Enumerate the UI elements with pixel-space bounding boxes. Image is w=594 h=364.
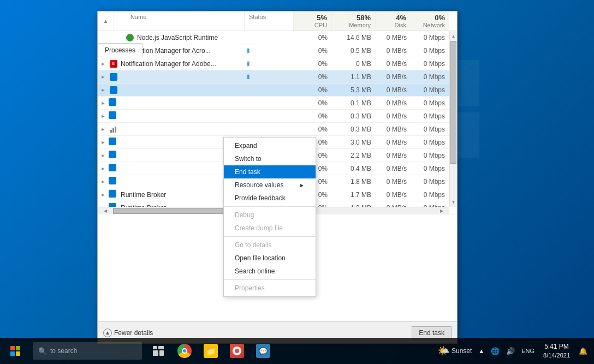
- col-header-memory[interactable]: 58% Memory: [332, 11, 376, 31]
- taskbar-app4[interactable]: [225, 339, 249, 363]
- process-disk: 0 MB/s: [376, 86, 411, 94]
- process-icon: Ai: [109, 59, 118, 69]
- fewer-details-button[interactable]: ▲ Fewer details: [103, 329, 153, 337]
- end-task-button[interactable]: End task: [412, 326, 452, 339]
- col-header-cpu[interactable]: 5% CPU: [294, 11, 332, 31]
- taskbar-task-view[interactable]: [146, 339, 170, 363]
- process-name: Notification Manager for Adobe...: [121, 60, 245, 68]
- expand-btn[interactable]: ►: [98, 100, 109, 106]
- process-memory: 0.4 MB: [332, 165, 376, 172]
- scroll-left-btn[interactable]: ◀: [98, 207, 113, 214]
- col-header-status[interactable]: Status: [245, 11, 294, 31]
- table-row[interactable]: ► 0% 0.1 MB 0 MB/s 0 Mbps: [98, 97, 457, 110]
- context-expand[interactable]: Expand: [224, 139, 316, 152]
- start-button[interactable]: [2, 339, 28, 363]
- scroll-down-btn[interactable]: ▼: [450, 197, 457, 207]
- expand-btn[interactable]: ►: [98, 87, 109, 93]
- expand-btn[interactable]: ►: [98, 114, 109, 119]
- context-create-dump: Create dump file: [224, 222, 316, 235]
- chrome-icon: [177, 344, 192, 358]
- table-row[interactable]: ► 0% 5.3 MB 0 MB/s 0 Mbps: [98, 83, 457, 97]
- context-provide-feedback[interactable]: Provide feedback: [224, 192, 316, 205]
- scroll-right-btn[interactable]: ▶: [434, 207, 449, 214]
- context-resource-values[interactable]: Resource values ►: [224, 178, 316, 192]
- process-icon: [109, 72, 118, 82]
- col-header-disk[interactable]: 4% Disk: [376, 11, 411, 31]
- chart-icon: [110, 126, 117, 133]
- systray-chevron[interactable]: ▲: [476, 348, 486, 354]
- process-network: 0 Mbps: [411, 112, 449, 120]
- taskbar-app5[interactable]: 💬: [251, 339, 275, 363]
- process-network: 0 Mbps: [411, 178, 449, 186]
- expand-btn[interactable]: ►: [98, 127, 109, 132]
- process-cpu: 0%: [294, 99, 332, 107]
- vertical-scrollbar-thumb[interactable]: [450, 41, 456, 164]
- context-open-file-location[interactable]: Open file location: [224, 252, 316, 265]
- expand-btn[interactable]: ►: [98, 153, 109, 158]
- process-disk: 0 MB/s: [376, 191, 411, 199]
- system-clock[interactable]: 5:41 PM 8/14/2021: [539, 342, 574, 360]
- process-cpu: 0%: [294, 112, 332, 120]
- process-memory: 14.6 MB: [332, 34, 376, 41]
- process-memory: 1.1 MB: [332, 73, 376, 81]
- file-explorer-icon: 📁: [204, 344, 218, 358]
- col-header-network[interactable]: 0% Network: [411, 11, 449, 31]
- vertical-scrollbar[interactable]: ▲ ▼: [449, 31, 457, 207]
- expand-btn[interactable]: ►: [98, 61, 109, 67]
- table-row[interactable]: ► 0% 0.3 MB: [98, 123, 457, 136]
- process-memory: 1.8 MB: [332, 178, 376, 186]
- svg-rect-8: [110, 130, 112, 133]
- svg-rect-11: [10, 346, 15, 350]
- process-icon: [109, 151, 118, 160]
- svg-rect-14: [16, 351, 20, 356]
- process-disk: 0 MB/s: [376, 73, 411, 81]
- weather-widget[interactable]: 🌤️ Sunset: [435, 345, 474, 357]
- process-memory: 0.5 MB: [332, 47, 376, 55]
- context-debug: Debug: [224, 208, 316, 222]
- process-network: 0 Mbps: [411, 139, 449, 146]
- notification-button[interactable]: 🔔: [577, 347, 590, 355]
- context-search-online[interactable]: Search online: [224, 265, 316, 278]
- process-network: 0 Mbps: [411, 86, 449, 94]
- adobe-icon: Ai: [110, 60, 117, 68]
- volume-icon: 🔊: [506, 347, 515, 355]
- process-disk: 0 MB/s: [376, 139, 411, 146]
- systray-volume[interactable]: 🔊: [504, 347, 517, 355]
- process-cpu: 0%: [294, 60, 332, 68]
- scroll-up-btn[interactable]: ▲: [450, 31, 457, 41]
- table-row[interactable]: ► ⏸ 0% 1.1 MB 0 MB/s 0 Mbps: [98, 70, 457, 83]
- table-row[interactable]: Node.js JavaScript Runtime 0% 14.6 MB 0 …: [98, 31, 457, 44]
- expand-btn[interactable]: ►: [98, 179, 109, 184]
- table-row[interactable]: ► Notification Manager for Acro... ⏸ 0% …: [98, 44, 457, 57]
- expand-btn[interactable]: ►: [98, 192, 109, 198]
- process-disk: 0 MB/s: [376, 99, 411, 107]
- tab-processes[interactable]: Processes: [98, 43, 142, 57]
- col-header-name[interactable]: Name: [114, 11, 245, 31]
- expand-btn[interactable]: ►: [98, 74, 109, 80]
- context-end-task[interactable]: End task: [224, 165, 316, 178]
- taskbar-file-explorer[interactable]: 📁: [199, 339, 223, 363]
- table-row[interactable]: ► 0% 0.3 MB 0 MB/s 0 Mbps: [98, 110, 457, 123]
- process-memory: 3.0 MB: [332, 139, 376, 146]
- language-indicator[interactable]: ENG: [519, 348, 537, 354]
- systray-network[interactable]: 🌐: [489, 347, 502, 355]
- expand-btn[interactable]: ►: [98, 140, 109, 145]
- process-icon: [109, 98, 118, 108]
- context-properties: Properties: [224, 282, 316, 295]
- svg-rect-12: [16, 346, 20, 350]
- process-icon: [109, 190, 118, 200]
- process-network: 0 Mbps: [411, 126, 449, 133]
- table-row[interactable]: ► Ai Notification Manager for Adobe... ⏸…: [98, 57, 457, 70]
- context-separator-1: [224, 206, 316, 207]
- taskbar-chrome[interactable]: [173, 339, 197, 363]
- expand-btn[interactable]: ►: [98, 166, 109, 171]
- process-icon: [109, 138, 118, 147]
- weather-icon: 🌤️: [437, 345, 449, 357]
- taskbar-search-box[interactable]: 🔍 to search: [33, 342, 142, 360]
- process-disk: 0 MB/s: [376, 152, 411, 159]
- taskbar-left: 🔍 to search: [0, 339, 142, 363]
- blue-icon: [110, 73, 117, 81]
- process-network: 0 Mbps: [411, 47, 449, 55]
- context-switch-to[interactable]: Switch to: [224, 152, 316, 165]
- app5-icon: 💬: [256, 344, 270, 358]
